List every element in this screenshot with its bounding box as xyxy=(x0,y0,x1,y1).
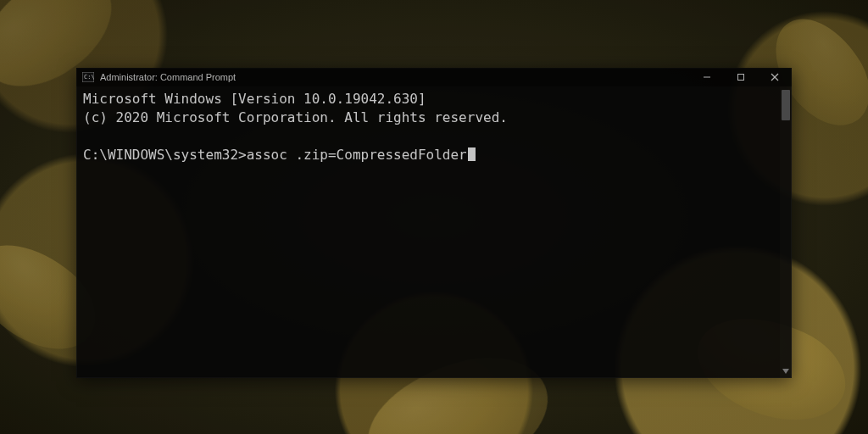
window-controls xyxy=(690,68,792,86)
cmd-icon: C:\ xyxy=(81,70,95,84)
desktop-wallpaper: C:\ Administrator: Command Prompt xyxy=(0,0,868,434)
minimize-button[interactable] xyxy=(690,68,724,86)
terminal-line: (c) 2020 Microsoft Corporation. All righ… xyxy=(83,109,508,125)
maximize-icon xyxy=(737,73,745,81)
maximize-button[interactable] xyxy=(724,68,758,86)
terminal-line: Microsoft Windows [Version 10.0.19042.63… xyxy=(83,91,426,107)
scrollbar-thumb[interactable] xyxy=(782,90,790,120)
svg-marker-6 xyxy=(782,369,789,374)
terminal-line: C:\WINDOWS\system32>assoc .zip=Compresse… xyxy=(83,147,467,163)
minimize-icon xyxy=(703,73,711,81)
svg-rect-3 xyxy=(738,75,744,81)
scroll-down-icon[interactable] xyxy=(782,367,790,376)
text-cursor xyxy=(468,147,476,161)
titlebar[interactable]: C:\ Administrator: Command Prompt xyxy=(76,68,792,86)
close-icon xyxy=(771,73,779,81)
svg-text:C:\: C:\ xyxy=(84,74,94,81)
scrollbar[interactable] xyxy=(780,86,792,378)
window-title: Administrator: Command Prompt xyxy=(100,72,690,82)
command-prompt-window: C:\ Administrator: Command Prompt xyxy=(76,68,792,378)
close-button[interactable] xyxy=(758,68,792,86)
terminal-body[interactable]: Microsoft Windows [Version 10.0.19042.63… xyxy=(76,86,792,378)
